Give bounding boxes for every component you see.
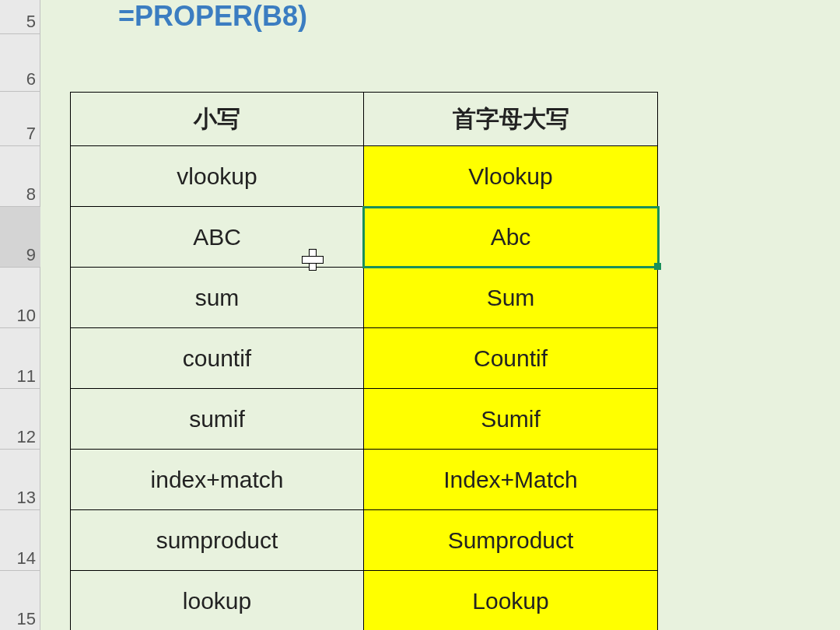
cell-b9[interactable]: ABC [70,207,364,268]
data-table: 小写 首字母大写 vlookup Vlookup ABC Abc sum Sum… [70,92,658,630]
row-header-15[interactable]: 15 [0,571,40,630]
cell-c15[interactable]: Lookup [364,571,658,630]
cell-c13[interactable]: Index+Match [364,450,658,510]
table-row: lookup Lookup [70,571,658,630]
cell-b8[interactable]: vlookup [70,146,364,207]
cell-b13[interactable]: index+match [70,450,364,510]
row-header-14[interactable]: 14 [0,510,40,571]
row-header-5[interactable]: 5 [0,0,40,34]
cell-c10[interactable]: Sum [364,268,658,328]
cell-b11[interactable]: countif [70,328,364,389]
cell-b10[interactable]: sum [70,268,364,328]
row-header-9[interactable]: 9 [0,207,40,268]
cell-b15[interactable]: lookup [70,571,364,630]
cell-c9[interactable]: Abc [364,207,658,268]
row-header-11[interactable]: 11 [0,328,40,389]
header-propercase[interactable]: 首字母大写 [364,92,658,146]
row-header-8[interactable]: 8 [0,146,40,207]
table-row: index+match Index+Match [70,450,658,510]
row-header-7[interactable]: 7 [0,92,40,146]
row-header-12[interactable]: 12 [0,389,40,450]
cell-b14[interactable]: sumproduct [70,510,364,571]
row-headers: 5 6 7 8 9 10 11 12 13 14 15 [0,0,40,630]
header-lowercase[interactable]: 小写 [70,92,364,146]
row-header-10[interactable]: 10 [0,268,40,328]
table-row: vlookup Vlookup [70,146,658,207]
table-header-row: 小写 首字母大写 [70,92,658,146]
cell-b12[interactable]: sumif [70,389,364,450]
table-row: sumproduct Sumproduct [70,510,658,571]
formula-display: =PROPER(B8) [118,0,307,33]
cell-c8[interactable]: Vlookup [364,146,658,207]
row-header-6[interactable]: 6 [0,34,40,92]
cell-c11[interactable]: Countif [364,328,658,389]
cell-c12[interactable]: Sumif [364,389,658,450]
cell-c14[interactable]: Sumproduct [364,510,658,571]
table-row: sumif Sumif [70,389,658,450]
table-row: sum Sum [70,268,658,328]
table-row: countif Countif [70,328,658,389]
row-header-13[interactable]: 13 [0,450,40,510]
table-row: ABC Abc [70,207,658,268]
